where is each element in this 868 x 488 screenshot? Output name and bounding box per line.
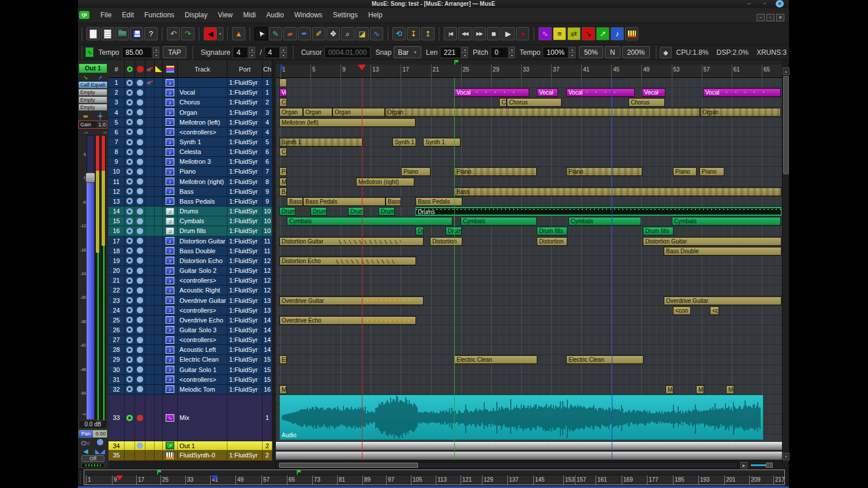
track-name[interactable]: Cymbals	[178, 216, 227, 226]
track-port[interactable]: 1:FluidSyr	[227, 325, 263, 335]
zoom-step-icon[interactable]: ▶	[740, 462, 747, 468]
part-synth-1[interactable]: Synth 1	[423, 138, 461, 147]
track-name[interactable]: <controllers>	[178, 375, 227, 385]
track-port[interactable]: 1:FluidSyr	[227, 286, 263, 295]
vertical-scrollbar-thumb[interactable]	[783, 76, 789, 174]
track-mute-toggle[interactable]	[135, 157, 145, 167]
new-song-button[interactable]	[87, 27, 100, 40]
track-record-toggle[interactable]	[125, 365, 135, 375]
track-flag-cell[interactable]	[155, 295, 163, 305]
track-type-cell[interactable]: ♫	[163, 226, 178, 236]
track-flag-cell[interactable]	[155, 316, 163, 325]
track-name[interactable]: Overdrive Guitar	[178, 295, 227, 305]
track-record-toggle[interactable]	[125, 118, 135, 127]
track-off-toggle[interactable]	[145, 286, 155, 295]
track-mute-toggle[interactable]	[135, 187, 145, 197]
part-me[interactable]: Me	[279, 178, 287, 186]
toolbar-handle[interactable]	[197, 28, 201, 40]
track-record-toggle[interactable]	[125, 395, 135, 441]
track-mute-toggle[interactable]	[135, 147, 145, 157]
track-record-toggle[interactable]	[125, 286, 135, 295]
track-row-31[interactable]: 31♪<controllers>1:FluidSyr15	[108, 375, 272, 385]
track-off-toggle[interactable]	[145, 345, 155, 355]
part--c[interactable]: <c	[710, 306, 719, 315]
track-row-18[interactable]: 18♪Bass Double1:FluidSyr11	[108, 246, 272, 256]
track-mute-toggle[interactable]	[135, 286, 145, 295]
toolbar-handle[interactable]	[654, 46, 657, 59]
snap-select[interactable]: Bar▼	[394, 46, 421, 58]
track-mute-toggle[interactable]	[135, 345, 145, 355]
zoom-tool-button[interactable]: ⌕	[341, 27, 354, 40]
track-off-toggle[interactable]	[145, 306, 155, 316]
track-channel[interactable]: 4	[263, 118, 272, 127]
part-dr[interactable]: Dr	[416, 227, 424, 235]
undo-button[interactable]: ↶	[167, 27, 180, 40]
track-flag-cell[interactable]	[155, 88, 163, 97]
play-button[interactable]: ▶	[502, 27, 515, 40]
automation-mode-button[interactable]: Off	[81, 455, 104, 462]
part--con[interactable]: <con	[673, 306, 691, 315]
track-name[interactable]: Guitar Solo 2	[178, 266, 227, 276]
metronome-button[interactable]: ▲	[232, 27, 245, 40]
track-flag-cell[interactable]	[155, 226, 163, 236]
track-flag-cell[interactable]	[155, 97, 163, 107]
track-row-20[interactable]: 20♪Guitar Solo 21:FluidSyr12	[108, 266, 272, 276]
track-name[interactable]: <controllers>	[178, 306, 227, 316]
track-off-toggle[interactable]	[145, 237, 155, 246]
track-mute-toggle[interactable]	[135, 226, 145, 236]
track-flag-cell[interactable]	[155, 325, 163, 335]
rewind-button[interactable]: ◀◀	[458, 27, 472, 40]
record-button[interactable]: ●	[516, 27, 529, 40]
part-synth-1[interactable]: Synth 1	[279, 138, 363, 147]
cpu-load-icon[interactable]: ◆	[660, 47, 671, 58]
part-bass[interactable]: Bass	[287, 197, 303, 206]
track-channel[interactable]: 3	[263, 107, 272, 117]
track-record-toggle[interactable]	[125, 345, 135, 355]
part-drum[interactable]: Drum	[379, 207, 395, 216]
track-type-cell[interactable]: ♪	[163, 127, 178, 137]
stereo-link-icon[interactable]: ∞	[78, 112, 93, 120]
mdi-minimize-button[interactable]: −	[757, 14, 765, 21]
track-off-toggle[interactable]	[145, 157, 155, 167]
part-bass-double[interactable]: Bass Double	[664, 247, 781, 256]
track-type-cell[interactable]: ♪	[163, 306, 178, 316]
track-mute-toggle[interactable]	[135, 385, 145, 395]
track-off-toggle[interactable]	[145, 246, 155, 256]
track-row-35[interactable]: 35FluidSynth-01:FluidSyr2	[108, 451, 272, 461]
track-off-toggle[interactable]	[145, 295, 155, 305]
track-type-cell[interactable]: ♪	[163, 167, 178, 177]
track-off-toggle[interactable]	[145, 226, 155, 236]
panic-dropdown-icon[interactable]: ▼	[218, 27, 223, 40]
track-row-25[interactable]: 25♪Overdrive Echo1:FluidSyr14	[108, 316, 272, 325]
part-me[interactable]: Me	[665, 385, 674, 394]
track-off-toggle[interactable]	[145, 187, 155, 197]
track-channel[interactable]: 11	[263, 246, 272, 256]
track-flag-cell[interactable]	[155, 107, 163, 117]
track-mute-toggle[interactable]	[135, 325, 145, 335]
track-type-cell[interactable]: ♪	[163, 335, 178, 345]
toolbar-handle[interactable]	[226, 28, 229, 40]
whats-this-button[interactable]: ?	[144, 27, 158, 40]
menu-edit[interactable]: Edit	[117, 8, 139, 23]
track-name[interactable]: Overdrive Echo	[178, 316, 227, 325]
len-input[interactable]: 221	[440, 47, 461, 58]
track-mute-toggle[interactable]	[135, 197, 145, 207]
track-type-cell[interactable]: ♪	[163, 157, 178, 167]
part-bass[interactable]: Bass	[454, 187, 781, 196]
track-type-cell[interactable]: ♪	[163, 107, 178, 117]
track-flag-cell[interactable]	[155, 118, 163, 127]
track-type-cell[interactable]: ♪	[163, 266, 178, 276]
green-marker-flag[interactable]	[454, 60, 455, 65]
track-row-14[interactable]: 14♫Drums1:FluidSyr10	[108, 207, 272, 216]
track-channel[interactable]: 12	[263, 266, 272, 276]
stop-button[interactable]: ■	[487, 27, 500, 40]
track-row-30[interactable]: 30♪Guitar Solo 11:FluidSyr15	[108, 365, 272, 375]
track-mute-toggle[interactable]	[135, 365, 145, 375]
track-record-toggle[interactable]	[125, 107, 135, 117]
track-flag-cell[interactable]	[155, 345, 163, 355]
track-name[interactable]: Distortion Echo	[178, 256, 227, 266]
track-flag-cell[interactable]	[155, 375, 163, 385]
track-mute-toggle[interactable]	[135, 207, 145, 216]
track-row-5[interactable]: 5♪Mellotron (left)1:FluidSyr4	[108, 118, 272, 127]
part-overdrive-guitar[interactable]: Overdrive Guitar	[279, 296, 424, 305]
